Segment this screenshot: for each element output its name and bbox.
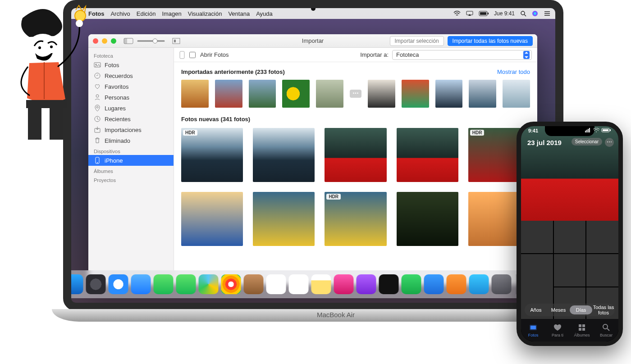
dock-notes[interactable] [311,274,331,294]
menubar-item-archivo[interactable]: Archivo [110,10,130,17]
thumbnail[interactable] [435,80,463,108]
sidebar: Fototeca Fotos Recuerdos Favoritos Perso… [88,48,174,285]
menubar-item-edicion[interactable]: Edición [137,10,156,17]
sidebar-item-iphone[interactable]: iPhone [88,155,174,166]
dock-reminders[interactable] [289,274,309,294]
thumbnail[interactable] [249,80,276,108]
dock-keynote[interactable] [424,274,444,294]
svg-rect-31 [180,51,184,59]
seg-years[interactable]: Años [525,305,547,314]
dock-pages[interactable] [447,274,466,294]
photo-thumb[interactable] [325,128,386,182]
show-all-link[interactable]: Mostrar todo [497,68,530,75]
dock-contacts[interactable] [244,274,264,294]
more-indicator[interactable] [350,90,361,98]
airplay-icon[interactable] [466,11,473,16]
seg-days[interactable]: Días [570,305,592,314]
dock-podcasts[interactable] [357,274,376,294]
tab-label: Buscar [600,333,613,337]
photo-thumb[interactable]: HDR [325,192,386,246]
notification-center-icon[interactable] [544,11,551,16]
menubar-clock[interactable]: Jue 9:41 [494,10,515,17]
thumbnail-size-icon[interactable] [172,38,180,44]
photo-thumb[interactable] [181,192,243,246]
thumbnail[interactable] [469,80,496,108]
iphone-thumb[interactable] [586,254,618,287]
tab-buscar[interactable]: Buscar [594,319,618,341]
thumbnail[interactable] [215,80,242,108]
tab-parati[interactable]: Para ti [545,319,570,341]
hdr-badge: HDR [470,130,485,136]
thumbnail[interactable] [282,80,310,108]
wifi-icon[interactable] [453,11,461,16]
dock-appstore[interactable] [469,274,489,294]
dock-tv[interactable] [379,274,399,294]
seg-months[interactable]: Meses [547,305,570,314]
fullscreen-icon[interactable] [111,38,116,44]
import-all-button[interactable]: Importar todas las fotos nuevas [448,36,533,46]
battery-icon [601,128,611,132]
open-photos-checkbox[interactable] [189,52,196,58]
import-destination-select[interactable]: Fototeca [392,50,532,60]
traffic-lights[interactable] [93,38,116,44]
thumbnail[interactable] [503,80,530,108]
sidebar-section-albums[interactable]: Álbumes [88,166,174,175]
dock-mail[interactable] [131,274,151,294]
thumbnail[interactable] [181,80,209,108]
iphone-thumb[interactable] [554,254,586,287]
sidebar-item-recuerdos[interactable]: Recuerdos [88,70,174,81]
thumbnail[interactable] [368,80,395,108]
dock-numbers[interactable] [402,274,421,294]
sidebar-item-personas[interactable]: Personas [88,92,174,103]
iphone-hero[interactable]: 23 jul 2019 Seleccionar ⋯ [521,126,618,221]
thumbnail[interactable] [316,80,343,108]
menubar-item-ventana[interactable]: Ventana [228,10,250,17]
import-selection-button[interactable]: Importar selección [390,36,444,46]
dock-safari[interactable] [109,274,128,294]
photo-thumb[interactable] [253,192,315,246]
iphone-view-segmented[interactable]: Años Meses Días Todas las fotos [525,304,615,316]
iphone-thumb[interactable] [521,221,553,253]
iphone-screen: 9:41 23 jul 2019 Seleccionar ⋯ Años [521,126,618,341]
menubar-item-ayuda[interactable]: Ayuda [256,10,273,17]
dock-messages[interactable] [154,274,174,294]
siri-icon[interactable] [532,10,538,17]
spotlight-icon[interactable] [520,10,526,17]
tab-albumes[interactable]: Álbumes [570,319,594,341]
iphone-select-button[interactable]: Seleccionar [572,138,602,146]
photo-thumb[interactable] [397,128,458,182]
sidebar-section-projects[interactable]: Proyectos [88,175,174,184]
minimize-icon[interactable] [102,38,107,44]
sidebar-item-lugares[interactable]: Lugares [88,103,174,114]
dock-preferences[interactable] [492,274,512,294]
dock-calendar[interactable] [266,274,286,294]
photo-thumb[interactable] [397,192,458,246]
iphone-more-button[interactable]: ⋯ [605,138,614,147]
photo-thumb[interactable]: HDR [181,128,243,182]
sidebar-item-eliminado[interactable]: Eliminado [88,135,174,146]
sidebar-toggle-icon[interactable] [123,38,133,44]
menubar-item-visualizacion[interactable]: Visualización [188,10,222,17]
dock-facetime[interactable] [176,274,196,294]
zoom-slider[interactable] [137,38,169,44]
dock-finder[interactable] [64,274,83,294]
signal-icon [585,128,591,132]
battery-icon[interactable] [479,11,489,16]
dock-photos[interactable] [221,274,241,294]
dock-music[interactable] [334,274,354,294]
seg-all[interactable]: Todas las fotos [592,303,615,317]
import-scroll-area[interactable]: Importadas anteriormente (233 fotos) Mos… [174,62,537,285]
iphone-thumb[interactable] [586,221,618,253]
dock-launchpad[interactable] [86,274,106,294]
iphone-thumb[interactable] [554,221,586,253]
tab-fotos[interactable]: Fotos [521,319,545,341]
sidebar-item-favoritos[interactable]: Favoritos [88,81,174,92]
sidebar-item-importaciones[interactable]: Importaciones [88,124,174,135]
photo-thumb[interactable] [253,128,315,182]
photos-import-window: Importar Importar selección Importar tod… [88,34,537,285]
menubar-item-imagen[interactable]: Imagen [162,10,181,17]
thumbnail[interactable] [402,80,429,108]
dock-maps[interactable] [199,274,219,294]
sidebar-item-fotos[interactable]: Fotos [88,59,174,70]
sidebar-item-recientes[interactable]: Recientes [88,114,174,124]
